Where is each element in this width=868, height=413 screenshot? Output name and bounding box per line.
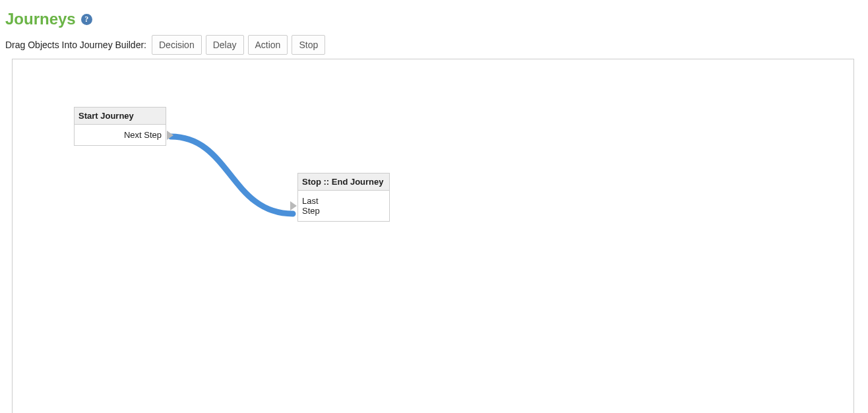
port-out-icon[interactable]	[167, 131, 173, 140]
action-object-button[interactable]: Action	[248, 35, 288, 55]
help-icon[interactable]: ?	[81, 14, 92, 25]
stop-journey-body-text: Last Step	[302, 196, 328, 216]
start-journey-node-header: Start Journey	[75, 108, 166, 125]
decision-object-button[interactable]: Decision	[152, 35, 202, 55]
stop-journey-node-body: Last Step	[298, 191, 389, 221]
start-journey-node-body: Next Step	[75, 125, 166, 145]
stop-journey-node-header: Stop :: End Journey	[298, 174, 389, 191]
port-in-icon[interactable]	[290, 201, 297, 210]
start-journey-body-text: Next Step	[124, 130, 162, 140]
toolbar-label: Drag Objects Into Journey Builder:	[5, 40, 146, 50]
start-journey-node[interactable]: Start Journey Next Step	[74, 107, 166, 146]
page-title: Journeys ?	[5, 10, 863, 28]
stop-object-button[interactable]: Stop	[292, 35, 325, 55]
delay-object-button[interactable]: Delay	[206, 35, 244, 55]
journey-canvas[interactable]: Start Journey Next Step Stop :: End Jour…	[12, 59, 854, 413]
page-title-text: Journeys	[5, 10, 76, 28]
stop-journey-node[interactable]: Stop :: End Journey Last Step	[297, 173, 390, 222]
toolbar: Drag Objects Into Journey Builder: Decis…	[5, 35, 863, 55]
